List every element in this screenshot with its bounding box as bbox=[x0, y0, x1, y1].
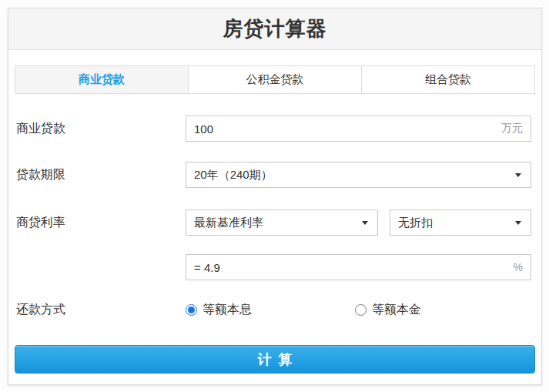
base-rate-selected-value: 最新基准利率 bbox=[194, 216, 362, 230]
loan-amount-unit: 万元 bbox=[501, 122, 523, 136]
radio-option-equal-installment[interactable]: 等额本息 bbox=[186, 302, 355, 318]
base-rate-select[interactable]: 最新基准利率 bbox=[186, 209, 378, 236]
loan-term-selected-value: 20年（240期） bbox=[194, 168, 515, 183]
loan-amount-row: 商业贷款 万元 bbox=[8, 116, 541, 142]
dropdown-arrow-icon bbox=[515, 221, 521, 225]
calculate-button[interactable]: 计算 bbox=[15, 345, 535, 374]
loan-rate-row: 商贷利率 最新基准利率 无折扣 bbox=[8, 209, 541, 236]
page-title: 房贷计算器 bbox=[223, 15, 327, 42]
rate-discount-select[interactable]: 无折扣 bbox=[390, 209, 531, 236]
radio-label: 等额本金 bbox=[372, 302, 421, 318]
loan-term-select[interactable]: 20年（240期） bbox=[186, 162, 531, 188]
radio-equal-installment[interactable] bbox=[186, 304, 197, 316]
loan-type-tabs: 商业贷款 公积金贷款 组合贷款 bbox=[15, 65, 535, 94]
rate-result-field: % bbox=[186, 254, 531, 280]
dropdown-arrow-icon bbox=[515, 173, 521, 177]
rate-result-unit: % bbox=[514, 261, 523, 273]
repayment-method-label: 还款方式 bbox=[16, 302, 186, 318]
dropdown-arrow-icon bbox=[362, 221, 368, 225]
repayment-method-row: 还款方式 等额本息 等额本金 bbox=[8, 302, 541, 318]
loan-term-label: 贷款期限 bbox=[16, 167, 186, 183]
radio-label: 等额本息 bbox=[203, 302, 252, 318]
tab-commercial-loan[interactable]: 商业贷款 bbox=[15, 66, 189, 93]
radio-option-equal-principal[interactable]: 等额本金 bbox=[355, 302, 421, 318]
tab-label: 公积金贷款 bbox=[246, 72, 304, 87]
loan-rate-label: 商贷利率 bbox=[16, 215, 186, 231]
tab-label: 商业贷款 bbox=[79, 72, 125, 87]
tab-combined-loan[interactable]: 组合贷款 bbox=[362, 66, 534, 93]
rate-result-input[interactable] bbox=[194, 261, 514, 274]
loan-term-row: 贷款期限 20年（240期） bbox=[8, 162, 541, 188]
loan-amount-label: 商业贷款 bbox=[16, 121, 186, 137]
loan-amount-input[interactable] bbox=[194, 122, 501, 136]
mortgage-calculator-panel: 房贷计算器 商业贷款 公积金贷款 组合贷款 商业贷款 万元 贷款期限 bbox=[8, 8, 542, 385]
rate-discount-selected-value: 无折扣 bbox=[398, 216, 515, 230]
radio-equal-principal[interactable] bbox=[355, 304, 367, 316]
panel-header: 房贷计算器 bbox=[8, 8, 541, 50]
rate-result-row: % bbox=[8, 254, 541, 280]
tab-label: 组合贷款 bbox=[425, 72, 471, 87]
loan-amount-field: 万元 bbox=[186, 116, 531, 142]
loan-form: 商业贷款 万元 贷款期限 20年（240期） 商贷利率 最新基准利率 bbox=[8, 116, 541, 318]
tab-housing-fund-loan[interactable]: 公积金贷款 bbox=[189, 66, 362, 93]
